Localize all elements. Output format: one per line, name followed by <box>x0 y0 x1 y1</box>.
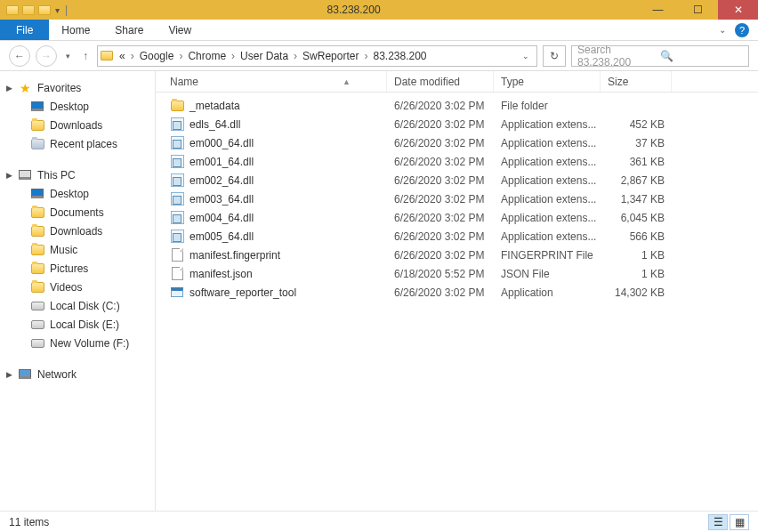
file-row[interactable]: em002_64.dll6/26/2020 3:02 PMApplication… <box>156 171 758 189</box>
breadcrumb-item[interactable]: 83.238.200 <box>369 50 430 62</box>
folder-icon <box>31 263 44 274</box>
breadcrumb-overflow[interactable]: « <box>116 50 129 62</box>
maximize-button[interactable]: ☐ <box>678 0 718 20</box>
sidebar-label: Network <box>37 368 77 381</box>
sidebar-item-music[interactable]: Music <box>0 240 155 259</box>
qat-properties-icon[interactable] <box>21 3 36 17</box>
tab-share[interactable]: Share <box>102 20 156 40</box>
sidebar-item-drive-c[interactable]: Local Disk (C:) <box>0 296 155 315</box>
sidebar-item-drive-f[interactable]: New Volume (F:) <box>0 334 155 352</box>
breadcrumb-item[interactable]: Chrome <box>184 50 230 62</box>
quick-access-toolbar: ▾ | <box>0 3 69 17</box>
col-date[interactable]: Date modified <box>387 71 494 92</box>
folder-icon <box>171 101 184 111</box>
desktop-icon <box>31 101 44 111</box>
chevron-right-icon[interactable]: › <box>231 50 235 62</box>
file-name: manifest.json <box>163 267 387 281</box>
breadcrumb-item[interactable]: Google <box>136 50 178 62</box>
search-input[interactable]: Search 83.238.200 🔍 <box>571 45 749 67</box>
tab-home[interactable]: Home <box>49 20 102 40</box>
navigation-pane: ▶ ★ Favorites Desktop Downloads Recent p… <box>0 71 156 511</box>
file-row[interactable]: em001_64.dll6/26/2020 3:02 PMApplication… <box>156 152 758 171</box>
file-name: _metadata <box>163 99 387 113</box>
drive-icon <box>31 302 44 310</box>
dll-icon <box>171 155 184 168</box>
dll-icon <box>171 230 184 243</box>
file-row[interactable]: _metadata6/26/2020 3:02 PMFile folder <box>156 96 758 115</box>
file-row[interactable]: em005_64.dll6/26/2020 3:02 PMApplication… <box>156 227 758 246</box>
file-name: em002_64.dll <box>163 173 387 188</box>
up-button[interactable]: ↑ <box>79 50 92 62</box>
close-button[interactable]: ✕ <box>718 0 758 20</box>
breadcrumb-item[interactable]: SwReporter <box>299 50 362 62</box>
file-row[interactable]: edls_64.dll6/26/2020 3:02 PMApplication … <box>156 115 758 133</box>
forward-button[interactable]: → <box>36 45 57 67</box>
sidebar-item-drive-e[interactable]: Local Disk (E:) <box>0 315 155 334</box>
sidebar-item-downloads[interactable]: Downloads <box>0 116 155 134</box>
col-type[interactable]: Type <box>494 71 601 92</box>
view-details-icon[interactable]: ☰ <box>708 514 728 530</box>
chevron-right-icon[interactable]: › <box>364 50 367 62</box>
desktop-icon <box>31 189 44 198</box>
recent-locations-icon[interactable]: ▾ <box>62 52 74 60</box>
view-large-icon[interactable]: ▦ <box>730 514 749 530</box>
collapse-icon[interactable]: ▶ <box>5 171 12 180</box>
sidebar-item-documents[interactable]: Documents <box>0 203 155 222</box>
chevron-right-icon[interactable]: › <box>179 50 182 62</box>
file-type: File folder <box>494 100 601 112</box>
file-row[interactable]: manifest.json6/18/2020 5:52 PMJSON File1… <box>156 264 758 283</box>
sidebar-label: This PC <box>37 169 76 181</box>
file-date: 6/26/2020 3:02 PM <box>387 137 494 149</box>
dll-icon <box>171 117 184 131</box>
collapse-icon[interactable]: ▶ <box>5 84 12 93</box>
refresh-button[interactable]: ↻ <box>543 45 566 67</box>
sidebar-item-videos[interactable]: Videos <box>0 278 155 296</box>
file-size: 1,347 KB <box>601 193 672 206</box>
file-row[interactable]: em004_64.dll6/26/2020 3:02 PMApplication… <box>156 208 758 227</box>
tab-file[interactable]: File <box>0 20 49 40</box>
ribbon-right: ⌄ ? <box>710 20 758 40</box>
file-name: em001_64.dll <box>163 155 387 169</box>
file-size: 14,302 KB <box>601 286 672 299</box>
drive-icon <box>31 339 44 348</box>
sidebar-item-recent[interactable]: Recent places <box>0 134 155 153</box>
qat-newfolder-icon[interactable] <box>37 3 52 17</box>
dll-icon <box>171 211 184 224</box>
collapse-icon[interactable]: ▶ <box>5 370 12 379</box>
minimize-button[interactable]: — <box>638 0 678 20</box>
sidebar-group-favorites: ▶ ★ Favorites Desktop Downloads Recent p… <box>0 78 155 153</box>
col-name[interactable]: Name▲ <box>163 71 387 92</box>
file-type: FINGERPRINT File <box>494 249 601 262</box>
file-name: edls_64.dll <box>163 117 387 132</box>
ribbon-collapse-icon[interactable]: ⌄ <box>719 25 726 35</box>
sidebar-item-desktop[interactable]: Desktop <box>0 97 155 116</box>
address-bar[interactable]: « › Google › Chrome › User Data › SwRepo… <box>97 45 537 67</box>
tab-view[interactable]: View <box>156 20 204 40</box>
back-button[interactable]: ← <box>9 45 30 67</box>
chevron-right-icon[interactable]: › <box>294 50 297 62</box>
address-dropdown-icon[interactable]: ⌄ <box>517 52 535 60</box>
col-size[interactable]: Size <box>601 71 672 92</box>
file-row[interactable]: em003_64.dll6/26/2020 3:02 PMApplication… <box>156 189 758 208</box>
file-date: 6/26/2020 3:02 PM <box>387 174 494 187</box>
navbar: ← → ▾ ↑ « › Google › Chrome › User Data … <box>0 41 758 71</box>
column-headers: Name▲ Date modified Type Size <box>156 71 758 93</box>
network-icon <box>18 367 32 382</box>
sidebar-thispc[interactable]: ▶ This PC <box>0 165 155 184</box>
sidebar-network[interactable]: ▶ Network <box>0 365 155 383</box>
sidebar-item-pictures[interactable]: Pictures <box>0 259 155 278</box>
help-icon[interactable]: ? <box>735 23 749 37</box>
chevron-right-icon[interactable]: › <box>131 50 134 62</box>
sidebar-favorites[interactable]: ▶ ★ Favorites <box>0 78 155 97</box>
sidebar-item-desktop[interactable]: Desktop <box>0 184 155 203</box>
file-row[interactable]: em000_64.dll6/26/2020 3:02 PMApplication… <box>156 133 758 152</box>
file-list[interactable]: _metadata6/26/2020 3:02 PMFile folderedl… <box>156 93 758 511</box>
breadcrumb-item[interactable]: User Data <box>237 50 292 62</box>
file-row[interactable]: manifest.fingerprint6/26/2020 3:02 PMFIN… <box>156 246 758 264</box>
search-icon: 🔍 <box>660 50 743 62</box>
file-name: em003_64.dll <box>163 192 387 206</box>
qat-customize-icon[interactable]: ▾ <box>53 5 61 15</box>
file-row[interactable]: software_reporter_tool6/26/2020 3:02 PMA… <box>156 283 758 302</box>
pc-icon <box>18 168 32 182</box>
sidebar-item-downloads[interactable]: Downloads <box>0 222 155 240</box>
